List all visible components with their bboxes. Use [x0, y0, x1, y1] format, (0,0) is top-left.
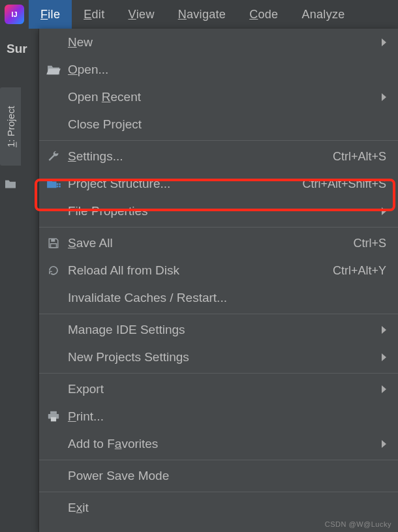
- menu-file[interactable]: File: [29, 0, 72, 29]
- wrench-icon: [47, 150, 60, 163]
- menu-item-new[interactable]: New: [39, 29, 398, 56]
- folder-icon[interactable]: [4, 179, 17, 189]
- shortcut-text: Ctrl+S: [353, 237, 386, 250]
- menu-item-open[interactable]: Open...: [39, 56, 398, 83]
- submenu-arrow-icon: [382, 207, 386, 215]
- menu-item-print[interactable]: Print...: [39, 403, 398, 430]
- menu-navigate[interactable]: Navigate: [166, 0, 237, 29]
- sidebar: Sur 1: Project: [0, 29, 38, 532]
- separator: [39, 227, 398, 228]
- menu-item-invalidate[interactable]: Invalidate Caches / Restart...: [39, 284, 398, 312]
- menu-bar: IJ File Edit View Navigate Code Analyze: [0, 0, 398, 29]
- shortcut-text: Ctrl+Alt+Shift+S: [302, 177, 386, 191]
- menu-edit[interactable]: Edit: [72, 0, 116, 29]
- watermark: CSDN @W@Lucky: [325, 520, 391, 528]
- svg-rect-6: [50, 411, 57, 414]
- file-menu-dropdown: New Open... Open Recent Close Project Se…: [38, 29, 398, 532]
- svg-rect-8: [51, 417, 56, 422]
- shortcut-text: Ctrl+Alt+S: [333, 150, 386, 164]
- separator: [39, 314, 398, 314]
- svg-rect-2: [57, 186, 59, 188]
- menu-item-add-favorites[interactable]: Add to Favorites: [39, 430, 398, 458]
- separator: [39, 492, 398, 492]
- menu-item-reload[interactable]: Reload All from Disk Ctrl+Alt+Y: [39, 257, 398, 284]
- svg-rect-1: [59, 183, 61, 185]
- submenu-arrow-icon: [382, 93, 386, 101]
- floppy-disk-icon: [48, 237, 59, 249]
- intellij-logo: IJ: [5, 5, 24, 24]
- truncated-title: Sur: [7, 42, 27, 56]
- menu-item-settings[interactable]: Settings... Ctrl+Alt+S: [39, 143, 398, 170]
- submenu-arrow-icon: [382, 38, 386, 46]
- app-icon: IJ: [0, 0, 29, 29]
- submenu-arrow-icon: [382, 440, 386, 448]
- project-structure-icon: [46, 178, 61, 190]
- menu-item-power-save[interactable]: Power Save Mode: [39, 462, 398, 490]
- submenu-arrow-icon: [382, 326, 386, 334]
- separator: [39, 460, 398, 460]
- menu-item-exit[interactable]: Exit: [39, 494, 398, 522]
- printer-icon: [47, 411, 60, 422]
- menu-item-save-all[interactable]: Save All Ctrl+S: [39, 229, 398, 257]
- svg-rect-4: [51, 239, 55, 242]
- menu-view[interactable]: View: [116, 0, 166, 29]
- separator: [39, 140, 398, 141]
- menu-code[interactable]: Code: [237, 0, 290, 29]
- menu-item-open-recent[interactable]: Open Recent: [39, 83, 398, 111]
- menu-item-manage-ide[interactable]: Manage IDE Settings: [39, 316, 398, 344]
- submenu-arrow-icon: [382, 353, 386, 361]
- svg-rect-0: [57, 183, 59, 185]
- menu-item-new-projects[interactable]: New Projects Settings: [39, 344, 398, 371]
- reload-icon: [48, 265, 59, 276]
- shortcut-text: Ctrl+Alt+Y: [333, 264, 386, 278]
- svg-rect-5: [51, 244, 57, 248]
- menu-item-close-project[interactable]: Close Project: [39, 111, 398, 138]
- svg-rect-3: [59, 186, 61, 188]
- menu-item-project-structure[interactable]: Project Structure... Ctrl+Alt+Shift+S: [39, 170, 398, 198]
- open-folder-icon: [46, 64, 61, 76]
- menu-item-file-properties[interactable]: File Properties: [39, 198, 398, 225]
- separator: [39, 373, 398, 374]
- menu-item-export[interactable]: Export: [39, 376, 398, 403]
- menu-analyze[interactable]: Analyze: [290, 0, 356, 29]
- tool-window-tab-project[interactable]: 1: Project: [0, 87, 21, 166]
- submenu-arrow-icon: [382, 385, 386, 393]
